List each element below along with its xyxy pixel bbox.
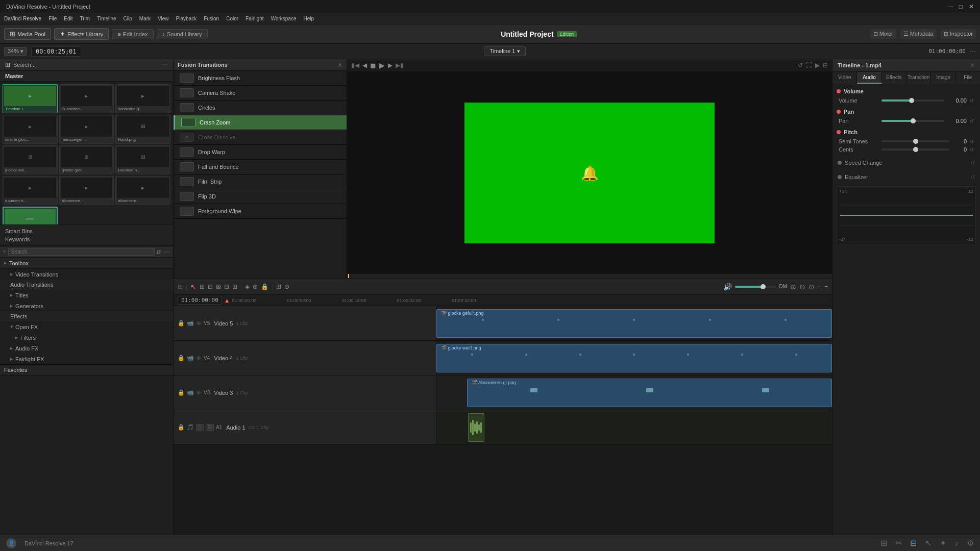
loop-btn[interactable]: ↺ — [798, 62, 803, 69]
transition-drop-warp[interactable]: Drop Warp — [174, 145, 347, 160]
menu-playback[interactable]: Playback — [176, 16, 197, 21]
audio-transitions-header[interactable]: Audio Transitions — [0, 280, 173, 290]
menu-fusion[interactable]: Fusion — [204, 16, 219, 21]
media-item-glockeg[interactable]: 🖼 glocke gefü... — [59, 145, 114, 174]
transition-crash-zoom[interactable]: Crash Zoom — [174, 115, 347, 130]
media-item-hand[interactable]: 🖼 Hand.png — [115, 115, 170, 144]
lock-icon-v3[interactable]: 🔒 — [178, 389, 185, 396]
menu-fairlight[interactable]: Fairlight — [246, 16, 264, 21]
toolbox-header[interactable]: ▸ Toolbox — [0, 258, 173, 269]
tl-layout-btn[interactable]: ⊞ — [178, 283, 183, 290]
v5-clip1[interactable]: 🎬 glocke gefüllt.png — [436, 309, 832, 338]
media-item-timeline1[interactable]: ▶ Timeline 1 — [3, 84, 58, 113]
metadata-btn[interactable]: ☰ Metadata — [900, 29, 937, 39]
media-item-daumenh[interactable]: 🖼 Daumen h... — [115, 145, 170, 174]
tl-color-btn[interactable]: ⊙ — [284, 283, 289, 290]
media-item-striche[interactable]: ▶ striche gloc... — [3, 115, 58, 144]
sound-library-btn[interactable]: ♪ Sound Library — [157, 29, 208, 39]
favorites-header[interactable]: Favorites — [0, 364, 173, 375]
video-icon-v4[interactable]: 📹 — [187, 355, 194, 361]
maximize-btn[interactable]: □ — [959, 3, 963, 10]
menu-help[interactable]: Help — [303, 16, 314, 21]
prev-settings[interactable]: ⊟ — [823, 62, 828, 69]
status-cursor-icon[interactable]: ↖ — [925, 538, 932, 548]
media-item-subscribe[interactable]: ▶ Subscribe... — [59, 84, 114, 113]
media-item-abonniere1[interactable]: ▶ Abonniere... — [59, 176, 114, 205]
tl-plus-btn[interactable]: + — [824, 283, 828, 290]
fullscreen-btn[interactable]: ⛶ — [806, 62, 812, 69]
media-item-mauszeiger[interactable]: ▶ mauszeiger... — [59, 115, 114, 144]
generators-header[interactable]: ▸ Generators — [0, 300, 173, 311]
mute-icon-a1[interactable]: M — [206, 424, 214, 431]
transition-fall-bounce[interactable]: Fall and Bounce — [174, 160, 347, 174]
effects-filter-icon[interactable]: ⊞ — [157, 248, 162, 256]
tl-slide-btn[interactable]: ⊞ — [232, 283, 237, 290]
eye-icon-v3[interactable]: 👁 — [196, 390, 202, 396]
tab-effects[interactable]: Effects — [882, 72, 906, 84]
menu-davinci[interactable]: DaVinci Resolve — [4, 16, 41, 21]
edit-index-btn[interactable]: ≡ Edit Index — [112, 29, 153, 39]
effects-more-icon[interactable]: ⋯ — [164, 248, 170, 256]
eye-icon-v4[interactable]: 👁 — [196, 355, 202, 361]
volume-slider[interactable] — [881, 99, 944, 102]
scrubber[interactable] — [347, 274, 832, 278]
tl-zoom-out[interactable]: ⊖ — [799, 283, 805, 291]
prev-skip-back[interactable]: ▮◀ — [351, 62, 359, 69]
effects-header[interactable]: Effects — [0, 311, 173, 321]
tab-transition[interactable]: Transition — [906, 72, 932, 84]
transition-camera-shake[interactable]: Camera Shake — [174, 86, 347, 101]
equalizer-reset[interactable]: ↺ — [971, 174, 975, 180]
status-timeline-icon[interactable]: ⊟ — [910, 538, 917, 548]
tl-cursor-btn[interactable]: ↖ — [190, 283, 197, 291]
a1-clip1[interactable] — [468, 413, 484, 442]
media-item-glockew[interactable]: 🖼 glocke wei... — [3, 145, 58, 174]
cents-slider[interactable] — [881, 148, 949, 151]
transition-foreground-wipe[interactable]: Foreground Wipe — [174, 204, 347, 219]
menu-workspace[interactable]: Workspace — [271, 16, 297, 21]
tl-razor-btn[interactable]: ⊞ — [200, 283, 205, 290]
tab-audio[interactable]: Audio — [857, 72, 881, 84]
prev-fwd-frame[interactable]: ▶ — [388, 62, 393, 69]
open-fx-header[interactable]: ▾ Open FX — [0, 321, 173, 332]
minimize-btn[interactable]: ─ — [948, 3, 953, 10]
tab-file[interactable]: File — [956, 72, 980, 84]
tl-slip-btn[interactable]: ⊟ — [224, 283, 229, 290]
tl-select-btn[interactable]: ⊟ — [208, 283, 213, 290]
menu-timeline[interactable]: Timeline — [97, 16, 116, 21]
semi-tones-slider[interactable] — [881, 140, 949, 142]
media-item-1mp4[interactable]: ━━━ 1.mp4 — [3, 207, 58, 224]
tl-trim-btn[interactable]: ⊠ — [216, 283, 221, 290]
cents-reset[interactable]: ↺ — [970, 147, 974, 153]
timecode-display[interactable]: 00:00:25;01 — [31, 46, 81, 57]
tl-snap-btn[interactable]: ⊞ — [276, 283, 281, 290]
inspector-close[interactable]: ✕ — [970, 62, 975, 69]
menu-file[interactable]: File — [48, 16, 57, 21]
titles-header[interactable]: ▸ Titles — [0, 290, 173, 300]
transition-brightness-flash[interactable]: Brightness Flash — [174, 71, 347, 86]
transition-flip-3d[interactable]: Flip 3D — [174, 189, 347, 204]
tl-link-btn[interactable]: ⊕ — [253, 283, 258, 290]
menu-trim[interactable]: Trim — [80, 16, 90, 21]
transition-film-strip[interactable]: Film Strip — [174, 174, 347, 189]
menu-edit[interactable]: Edit — [64, 16, 72, 21]
tl-lock-btn[interactable]: 🔒 — [261, 283, 268, 290]
zoom-dropdown[interactable]: 34% ▾ — [4, 47, 27, 56]
prev-stop[interactable]: ◼ — [370, 61, 376, 69]
tl-minus-btn[interactable]: − — [818, 283, 821, 290]
audio-fx-header[interactable]: ▸ Audio FX — [0, 343, 173, 354]
pan-reset[interactable]: ↺ — [970, 118, 974, 124]
menu-mark[interactable]: Mark — [139, 16, 151, 21]
inspector-btn[interactable]: ⊞ Inspector — [941, 29, 976, 39]
lock-icon-v4[interactable]: 🔒 — [178, 355, 185, 361]
fairlight-fx-header[interactable]: ▸ Fairlight FX — [0, 354, 173, 364]
media-item-abonniere2[interactable]: ▶ abonniere... — [115, 176, 170, 205]
status-audio-icon[interactable]: ♪ — [954, 539, 959, 548]
effects-search[interactable] — [8, 248, 155, 256]
mixer-btn[interactable]: ⊟ Mixer — [870, 29, 896, 39]
pan-slider[interactable] — [881, 120, 944, 122]
more-options[interactable]: ⋯ — [970, 48, 976, 55]
collapse-btn[interactable]: ∧ — [338, 61, 342, 68]
eye-icon-v5[interactable]: 👁 — [196, 320, 202, 327]
semi-tones-reset[interactable]: ↺ — [970, 139, 974, 144]
solo-icon-a1[interactable]: S — [196, 424, 204, 431]
